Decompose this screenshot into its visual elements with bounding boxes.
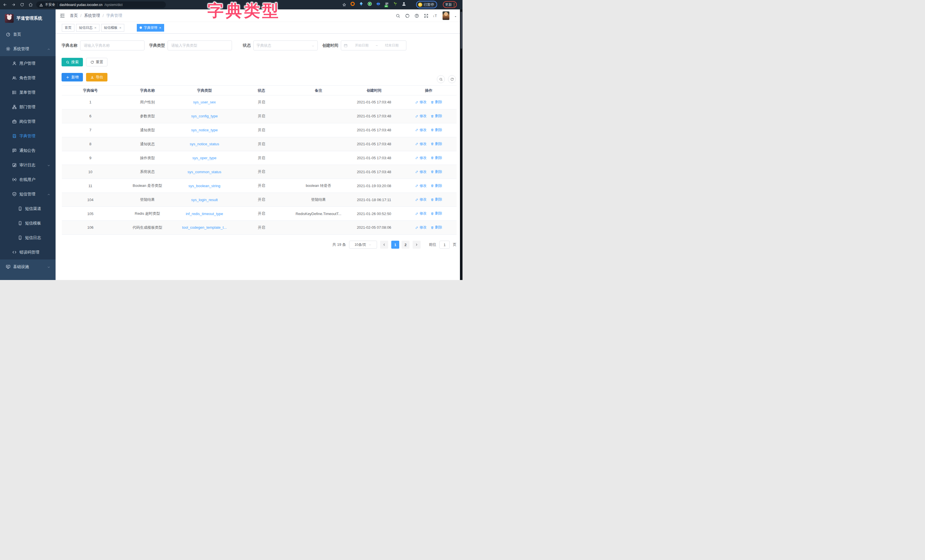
dict-type-link[interactable]: sys_oper_type — [192, 156, 217, 160]
user-caret-down-icon[interactable] — [454, 14, 457, 17]
sidebar-item-0[interactable]: 首页 — [0, 27, 56, 42]
sidebar-item-3[interactable]: 角色管理 — [0, 71, 56, 85]
edit-link[interactable]: 修改 — [415, 211, 426, 216]
sidebar-item-12[interactable]: 短信渠道 — [0, 202, 56, 216]
dict-type-link[interactable]: sys_login_result — [191, 198, 218, 202]
export-button[interactable]: 导出 — [86, 73, 107, 81]
dict-type-input[interactable] — [167, 41, 232, 50]
tab-0[interactable]: 首页 — [62, 24, 74, 32]
goto-page-input[interactable] — [440, 241, 450, 249]
date-range-picker[interactable]: 开始日期 ~ 结束日期 — [341, 41, 406, 50]
next-page-icon[interactable] — [413, 241, 420, 249]
refresh-table-icon[interactable] — [448, 75, 456, 83]
tab-close-icon[interactable]: × — [159, 26, 161, 30]
delete-link[interactable]: 删除 — [431, 184, 442, 188]
user-avatar[interactable] — [443, 11, 449, 20]
page-scrollbar[interactable] — [460, 9, 462, 280]
breadcrumb-item[interactable]: 首页 — [70, 13, 78, 18]
search-button[interactable]: 搜索 — [62, 58, 83, 66]
edit-link[interactable]: 修改 — [415, 114, 426, 119]
page-size-select[interactable]: 10条/页 — [349, 241, 377, 249]
add-button[interactable]: 新增 — [62, 73, 83, 81]
tab-close-icon[interactable]: × — [119, 26, 122, 30]
delete-link[interactable]: 删除 — [431, 225, 442, 230]
sidebar-item-2[interactable]: 用户管理 — [0, 56, 56, 71]
browser-back-icon[interactable] — [2, 2, 8, 8]
delete-link[interactable]: 删除 — [431, 114, 442, 119]
edit-link[interactable]: 修改 — [415, 197, 426, 202]
bookmark-star-icon[interactable] — [341, 2, 347, 8]
tab-1[interactable]: 短信日志× — [76, 24, 99, 32]
address-bar[interactable]: 不安全 dashboard.yudao.iocoder.cn/system/di… — [36, 2, 166, 8]
sidebar-item-13[interactable]: 短信模板 — [0, 216, 56, 230]
sidebar-item-16[interactable]: 基础设施 — [0, 259, 56, 274]
ext-diamond-icon[interactable] — [375, 1, 381, 6]
ext-bolt-icon[interactable] — [367, 1, 372, 6]
edit-link[interactable]: 修改 — [415, 142, 426, 146]
delete-link[interactable]: 删除 — [431, 211, 442, 216]
sidebar-item-7[interactable]: 字典管理 — [0, 129, 56, 143]
tab-2[interactable]: 短信模板× — [101, 24, 125, 32]
status-select[interactable]: 字典状态 — [253, 41, 318, 50]
sidebar-item-15[interactable]: 错误码管理 — [0, 245, 56, 259]
extension-paused-badge[interactable]: 已暂停 — [416, 1, 437, 8]
help-icon[interactable] — [414, 14, 419, 18]
tab-close-icon[interactable]: × — [94, 26, 96, 30]
dict-type-link[interactable]: sys_user_sex — [193, 100, 216, 104]
dict-type-link[interactable]: sys_common_status — [187, 170, 221, 174]
sidebar-item-4[interactable]: 菜单管理 — [0, 85, 56, 100]
delete-link[interactable]: 删除 — [431, 100, 442, 105]
toggle-search-icon[interactable] — [437, 75, 445, 83]
tab-3[interactable]: 字典管理× — [137, 24, 164, 32]
dict-type-link[interactable]: sys_notice_status — [190, 142, 219, 146]
ext-ring-icon[interactable] — [350, 1, 355, 6]
dict-type-link[interactable]: sys_boolean_string — [188, 184, 220, 188]
font-size-icon[interactable]: tT — [433, 14, 438, 18]
page-button[interactable]: 1 — [391, 241, 399, 249]
browser-update-button[interactable]: 更新 — [443, 1, 457, 8]
sidebar-item-14[interactable]: 短信日志 — [0, 230, 56, 245]
sidebar-item-5[interactable]: 部门管理 — [0, 100, 56, 114]
fullscreen-icon[interactable] — [424, 14, 429, 18]
sidebar-item-8[interactable]: 通知公告 — [0, 143, 56, 158]
github-icon[interactable] — [405, 14, 410, 18]
delete-link[interactable]: 删除 — [431, 155, 442, 160]
ext-leaf-icon[interactable] — [393, 1, 398, 6]
edit-link[interactable]: 修改 — [415, 184, 426, 188]
prev-page-icon[interactable] — [380, 241, 388, 249]
browser-reload-icon[interactable] — [20, 2, 25, 8]
dict-type-link[interactable]: sys_config_type — [191, 114, 218, 118]
sidebar-item-10[interactable]: 在线用户 — [0, 172, 56, 187]
dict-type-link[interactable]: inf_redis_timeout_type — [186, 212, 223, 216]
dict-type-link[interactable]: tool_codegen_template_t... — [182, 225, 227, 230]
delete-link[interactable]: 删除 — [431, 170, 442, 174]
edit-link[interactable]: 修改 — [415, 155, 426, 160]
dict-name-input[interactable] — [80, 41, 145, 50]
ext-drop-icon[interactable] — [359, 1, 364, 6]
reset-button[interactable]: 重置 — [86, 58, 107, 66]
sidebar-item-9[interactable]: 审计日志 — [0, 158, 56, 172]
delete-link[interactable]: 删除 — [431, 197, 442, 202]
edit-link[interactable]: 修改 — [415, 100, 426, 105]
browser-forward-icon[interactable] — [11, 2, 16, 8]
sidebar-collapse-icon[interactable] — [60, 13, 65, 18]
delete-link[interactable]: 删除 — [431, 142, 442, 146]
search-icon[interactable] — [396, 14, 401, 18]
ext-tamper-icon[interactable]: on — [384, 1, 389, 6]
browser-home-icon[interactable] — [28, 2, 33, 8]
breadcrumb-item[interactable]: 字典管理 — [106, 13, 122, 18]
delete-link[interactable]: 删除 — [431, 128, 442, 132]
sidebar-item-6[interactable]: 岗位管理 — [0, 114, 56, 129]
ext-person-icon[interactable] — [401, 1, 406, 6]
edit-link[interactable]: 修改 — [415, 128, 426, 132]
page-button[interactable]: 2 — [402, 241, 410, 249]
edit-link[interactable]: 修改 — [415, 225, 426, 230]
sidebar-item-11[interactable]: 短信管理 — [0, 187, 56, 202]
edit-link[interactable]: 修改 — [415, 170, 426, 174]
browser-menu-icon[interactable] — [453, 3, 455, 6]
sidebar-item-1[interactable]: 系统管理 — [0, 42, 56, 56]
scrollbar-thumb[interactable] — [461, 12, 462, 49]
breadcrumb-item[interactable]: 系统管理 — [84, 13, 100, 18]
app-logo-row[interactable]: 芋道管理系统 — [0, 9, 56, 27]
dict-type-link[interactable]: sys_notice_type — [191, 128, 218, 132]
